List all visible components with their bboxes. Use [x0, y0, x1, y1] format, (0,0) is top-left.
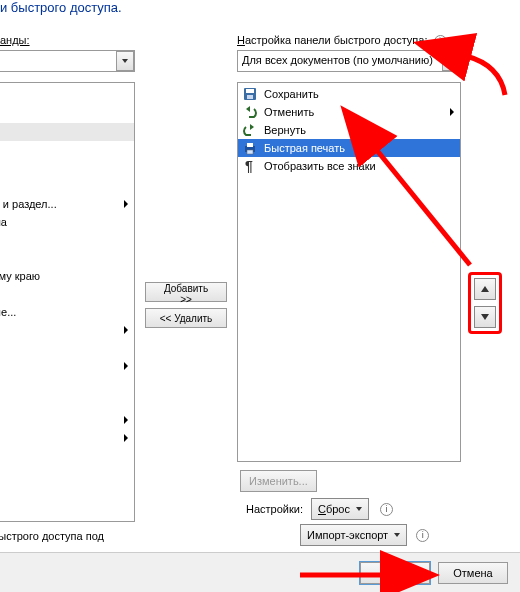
- list-item[interactable]: списка: [0, 321, 134, 339]
- qat-commands-list[interactable]: СохранитьОтменитьВернутьБыстрая печать¶О…: [237, 82, 461, 462]
- dialog-button-bar: ОК Отмена: [0, 552, 520, 592]
- list-item[interactable]: Сохранить: [238, 85, 460, 103]
- undo-icon: [242, 104, 258, 120]
- list-item[interactable]: [0, 123, 134, 141]
- qat-scope-value: Для всех документов (по умолчанию): [242, 54, 433, 66]
- remove-button[interactable]: << Удалить: [145, 308, 227, 328]
- settings-label: Настройки:: [246, 503, 303, 515]
- left-combo-label: анды:: [0, 34, 30, 46]
- chevron-down-icon[interactable]: [442, 51, 460, 71]
- qat-scope-combo[interactable]: Для всех документов (по умолчанию): [237, 50, 461, 72]
- chevron-down-icon[interactable]: [116, 51, 134, 71]
- import-export-button[interactable]: Импорт-экспорт: [300, 524, 407, 546]
- modify-button[interactable]: Изменить...: [240, 470, 317, 492]
- list-item[interactable]: з файла: [0, 213, 134, 231]
- list-item[interactable]: Быстрая печать: [238, 139, 460, 157]
- list-item[interactable]: ¶Отобразить все знаки: [238, 157, 460, 175]
- move-buttons-group: [468, 272, 502, 334]
- list-item[interactable]: [0, 339, 134, 357]
- move-down-button[interactable]: [474, 306, 496, 328]
- list-item[interactable]: [0, 375, 134, 393]
- info-icon: i: [416, 529, 429, 542]
- list-item[interactable]: [0, 429, 134, 447]
- list-item[interactable]: Вернуть: [238, 121, 460, 139]
- list-item[interactable]: ку: [0, 177, 134, 195]
- cancel-button[interactable]: Отмена: [438, 562, 508, 584]
- svg-rect-1: [246, 89, 254, 93]
- list-item[interactable]: [0, 393, 134, 411]
- list-item[interactable]: начение...: [0, 303, 134, 321]
- list-item-label: Отменить: [264, 106, 314, 118]
- list-item[interactable]: р левому краю: [0, 267, 134, 285]
- pilcrow-icon: ¶: [242, 158, 258, 174]
- print-icon: [242, 140, 258, 156]
- svg-rect-4: [247, 143, 253, 147]
- list-item[interactable]: Отменить: [238, 103, 460, 121]
- list-item[interactable]: ись: [0, 141, 134, 159]
- page-title-fragment: и быстрого доступа.: [0, 0, 122, 15]
- add-button[interactable]: Добавить >>: [145, 282, 227, 302]
- info-icon: i: [380, 503, 393, 516]
- list-item[interactable]: [0, 285, 134, 303]
- list-item[interactable]: [0, 231, 134, 249]
- list-item-label: Сохранить: [264, 88, 319, 100]
- list-item[interactable]: [0, 447, 134, 465]
- list-item-label: Быстрая печать: [264, 142, 345, 154]
- list-item[interactable]: [0, 105, 134, 123]
- info-icon: i: [434, 35, 447, 48]
- list-item[interactable]: [0, 159, 134, 177]
- redo-icon: [242, 122, 258, 138]
- svg-text:¶: ¶: [245, 158, 253, 174]
- qat-scope-label: ННастройка панели быстрого доступа:астро…: [237, 34, 447, 48]
- list-item[interactable]: [0, 357, 134, 375]
- list-item[interactable]: границ и раздел...: [0, 195, 134, 213]
- list-item[interactable]: [0, 411, 134, 429]
- reset-button[interactable]: Сброс: [311, 498, 369, 520]
- svg-rect-5: [247, 150, 253, 154]
- list-item[interactable]: у: [0, 249, 134, 267]
- commands-source-combo[interactable]: [0, 50, 135, 72]
- available-commands-list[interactable]: иськуграниц и раздел...з файлаур левому …: [0, 82, 135, 522]
- save-icon: [242, 86, 258, 102]
- ok-button[interactable]: ОК: [360, 562, 430, 584]
- move-up-button[interactable]: [474, 278, 496, 300]
- list-item-label: Отобразить все знаки: [264, 160, 376, 172]
- show-below-ribbon-label: быстрого доступа под: [0, 530, 104, 542]
- list-item-label: Вернуть: [264, 124, 306, 136]
- svg-rect-2: [247, 95, 253, 99]
